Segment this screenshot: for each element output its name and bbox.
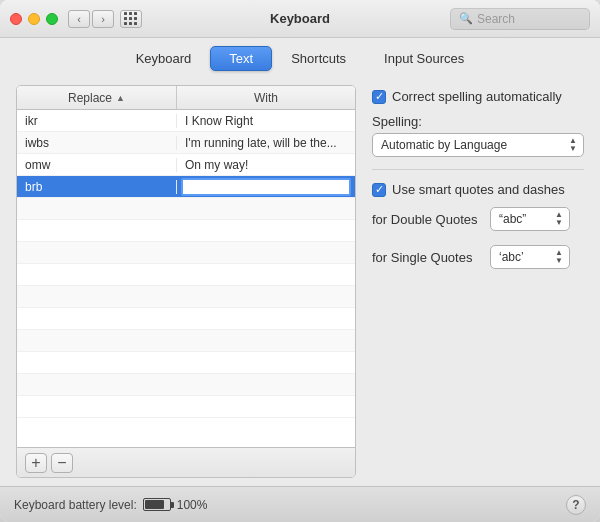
double-quotes-label: for Double Quotes xyxy=(372,212,482,227)
dropdown-arrows-icon: ▲ ▼ xyxy=(555,211,563,227)
titlebar: ‹ › Keyboard 🔍 Search xyxy=(0,0,600,38)
cell-with: I'm running late, will be the... xyxy=(177,136,355,150)
text-replacement-table: Replace ▲ With ikr I Know Right iwbs I'm… xyxy=(16,85,356,478)
single-quotes-row: for Single Quotes ‘abc’ ▲ ▼ xyxy=(372,245,584,269)
cell-replace-selected: brb xyxy=(17,180,177,194)
forward-button[interactable]: › xyxy=(92,10,114,28)
battery-body xyxy=(143,498,171,511)
dropdown-arrows-icon: ▲ ▼ xyxy=(555,249,563,265)
battery-percent: 100% xyxy=(177,498,208,512)
empty-row xyxy=(17,374,355,396)
empty-row xyxy=(17,308,355,330)
smart-quotes-label: Use smart quotes and dashes xyxy=(392,182,565,197)
checkmark-icon: ✓ xyxy=(375,91,384,102)
search-placeholder: Search xyxy=(477,12,515,26)
cell-with: On my way! xyxy=(177,158,355,172)
battery-label-text: Keyboard battery level: xyxy=(14,498,137,512)
minimize-button[interactable] xyxy=(28,13,40,25)
empty-row xyxy=(17,352,355,374)
table-footer: + − xyxy=(17,447,355,477)
checkmark-icon: ✓ xyxy=(375,184,384,195)
table-body: ikr I Know Right iwbs I'm running late, … xyxy=(17,110,355,447)
double-quotes-dropdown[interactable]: “abc” ▲ ▼ xyxy=(490,207,570,231)
tab-shortcuts[interactable]: Shortcuts xyxy=(272,46,365,71)
col-header-with: With xyxy=(177,91,355,105)
tabbar: Keyboard Text Shortcuts Input Sources xyxy=(0,38,600,77)
empty-row xyxy=(17,264,355,286)
empty-row xyxy=(17,286,355,308)
spelling-dropdown-text: Automatic by Language xyxy=(381,138,507,152)
divider xyxy=(372,169,584,170)
spelling-dropdown[interactable]: Automatic by Language ▲ ▼ xyxy=(372,133,584,157)
single-quotes-value: ‘abc’ xyxy=(499,250,524,264)
empty-row xyxy=(17,396,355,418)
help-button[interactable]: ? xyxy=(566,495,586,515)
empty-row xyxy=(17,198,355,220)
col-header-replace: Replace ▲ xyxy=(17,86,177,109)
cell-replace: ikr xyxy=(17,114,177,128)
search-box[interactable]: 🔍 Search xyxy=(450,8,590,30)
traffic-lights xyxy=(10,13,58,25)
tab-text[interactable]: Text xyxy=(210,46,272,71)
spelling-section: Spelling: Automatic by Language ▲ ▼ xyxy=(372,114,584,157)
cell-with: I Know Right xyxy=(177,114,355,128)
battery-status: Keyboard battery level: 100% xyxy=(14,498,207,512)
grid-icon xyxy=(124,12,138,26)
back-button[interactable]: ‹ xyxy=(68,10,90,28)
add-row-button[interactable]: + xyxy=(25,453,47,473)
keyboard-window: ‹ › Keyboard 🔍 Search Keyboard Text Shor… xyxy=(0,0,600,522)
correct-spelling-label: Correct spelling automatically xyxy=(392,89,562,104)
empty-row xyxy=(17,242,355,264)
single-quotes-dropdown[interactable]: ‘abc’ ▲ ▼ xyxy=(490,245,570,269)
tab-keyboard[interactable]: Keyboard xyxy=(117,46,211,71)
cell-with-editing[interactable]: Be Right Back xyxy=(181,178,351,196)
nav-buttons: ‹ › xyxy=(68,10,114,28)
table-row[interactable]: omw On my way! xyxy=(17,154,355,176)
double-quotes-value: “abc” xyxy=(499,212,526,226)
sort-arrow-icon: ▲ xyxy=(116,93,125,103)
main-content: Replace ▲ With ikr I Know Right iwbs I'm… xyxy=(0,77,600,486)
dropdown-arrows-icon: ▲ ▼ xyxy=(569,137,577,153)
single-quotes-label: for Single Quotes xyxy=(372,250,482,265)
statusbar: Keyboard battery level: 100% ? xyxy=(0,486,600,522)
smart-quotes-row: ✓ Use smart quotes and dashes xyxy=(372,182,584,197)
battery-icon xyxy=(143,498,171,511)
grid-button[interactable] xyxy=(120,10,142,28)
right-panel: ✓ Correct spelling automatically Spellin… xyxy=(372,85,584,478)
tab-input-sources[interactable]: Input Sources xyxy=(365,46,483,71)
double-quotes-row: for Double Quotes “abc” ▲ ▼ xyxy=(372,207,584,231)
empty-row xyxy=(17,220,355,242)
search-icon: 🔍 xyxy=(459,12,473,25)
remove-row-button[interactable]: − xyxy=(51,453,73,473)
spelling-label: Spelling: xyxy=(372,114,584,129)
table-row-selected[interactable]: brb Be Right Back xyxy=(17,176,355,198)
correct-spelling-checkbox[interactable]: ✓ xyxy=(372,90,386,104)
maximize-button[interactable] xyxy=(46,13,58,25)
close-button[interactable] xyxy=(10,13,22,25)
smart-quotes-checkbox[interactable]: ✓ xyxy=(372,183,386,197)
table-row[interactable]: ikr I Know Right xyxy=(17,110,355,132)
table-header: Replace ▲ With xyxy=(17,86,355,110)
empty-row xyxy=(17,330,355,352)
table-row[interactable]: iwbs I'm running late, will be the... xyxy=(17,132,355,154)
cell-replace: omw xyxy=(17,158,177,172)
battery-fill xyxy=(145,500,164,509)
correct-spelling-row: ✓ Correct spelling automatically xyxy=(372,89,584,104)
cell-replace: iwbs xyxy=(17,136,177,150)
window-title: Keyboard xyxy=(270,11,330,26)
